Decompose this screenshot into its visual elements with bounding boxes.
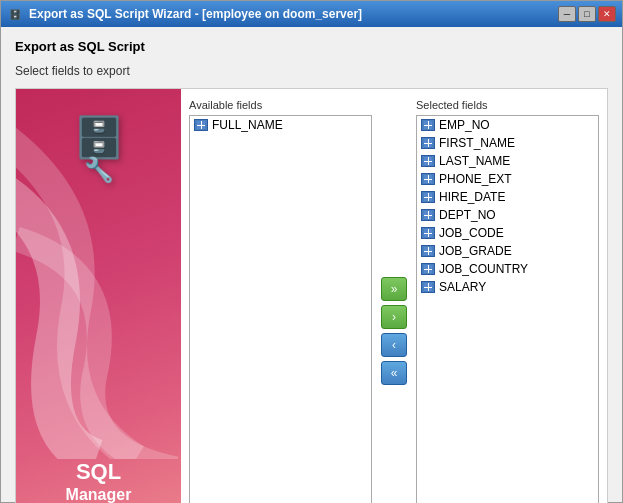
selected-field-item[interactable]: DEPT_NO	[417, 206, 598, 224]
field-icon	[421, 263, 435, 275]
selected-field-item[interactable]: LAST_NAME	[417, 152, 598, 170]
left-panel-branding: SQL Manager for InterBase /Firebird	[66, 459, 132, 503]
field-icon	[421, 137, 435, 149]
field-icon	[194, 119, 208, 131]
title-bar: 🗄️ Export as SQL Script Wizard - [employ…	[1, 1, 622, 27]
fields-section: Available fields FULL_NAME » › ‹ «	[181, 89, 607, 503]
available-field-item[interactable]: FULL_NAME	[190, 116, 371, 134]
field-icon	[421, 155, 435, 167]
close-button[interactable]: ✕	[598, 6, 616, 22]
move-all-left-button[interactable]: «	[381, 361, 407, 385]
section-title: Export as SQL Script	[15, 39, 608, 54]
main-window: 🗄️ Export as SQL Script Wizard - [employ…	[0, 0, 623, 503]
title-bar-buttons: ─ □ ✕	[558, 6, 616, 22]
minimize-button[interactable]: ─	[558, 6, 576, 22]
selected-fields-label: Selected fields	[416, 99, 599, 111]
window-icon: 🗄️	[7, 6, 23, 22]
selected-field-item[interactable]: PHONE_EXT	[417, 170, 598, 188]
field-icon	[421, 209, 435, 221]
brand-manager: Manager	[66, 485, 132, 503]
selected-field-item[interactable]: HIRE_DATE	[417, 188, 598, 206]
brand-sql: SQL	[66, 459, 132, 485]
available-fields-list[interactable]: FULL_NAME	[189, 115, 372, 503]
selected-field-item[interactable]: JOB_GRADE	[417, 242, 598, 260]
field-icon	[421, 119, 435, 131]
field-icon	[421, 281, 435, 293]
move-buttons-panel: » › ‹ «	[378, 99, 410, 503]
selected-field-item[interactable]: JOB_CODE	[417, 224, 598, 242]
move-right-button[interactable]: ›	[381, 305, 407, 329]
available-fields-label: Available fields	[189, 99, 372, 111]
selected-field-item[interactable]: EMP_NO	[417, 116, 598, 134]
content-area: Export as SQL Script Select fields to ex…	[1, 27, 622, 503]
selected-field-item[interactable]: SALARY	[417, 278, 598, 296]
move-left-button[interactable]: ‹	[381, 333, 407, 357]
main-content: 🗄️ 🔧 SQL Manager for InterBase /Firebird…	[15, 88, 608, 503]
maximize-button[interactable]: □	[578, 6, 596, 22]
left-panel: 🗄️ 🔧 SQL Manager for InterBase /Firebird	[16, 89, 181, 503]
field-icon	[421, 191, 435, 203]
selected-fields-list[interactable]: EMP_NO FIRST_NAME LAST_NAME	[416, 115, 599, 503]
selected-field-item[interactable]: FIRST_NAME	[417, 134, 598, 152]
selected-field-item[interactable]: JOB_COUNTRY	[417, 260, 598, 278]
field-icon	[421, 173, 435, 185]
selected-fields-panel: Selected fields EMP_NO FIRST_NAME	[416, 99, 599, 503]
subtitle: Select fields to export	[15, 64, 608, 78]
product-icon: 🗄️ 🔧	[74, 114, 124, 184]
field-icon	[421, 245, 435, 257]
available-fields-panel: Available fields FULL_NAME	[189, 99, 372, 503]
field-icon	[421, 227, 435, 239]
move-all-right-button[interactable]: »	[381, 277, 407, 301]
window-title: Export as SQL Script Wizard - [employee …	[29, 7, 552, 21]
